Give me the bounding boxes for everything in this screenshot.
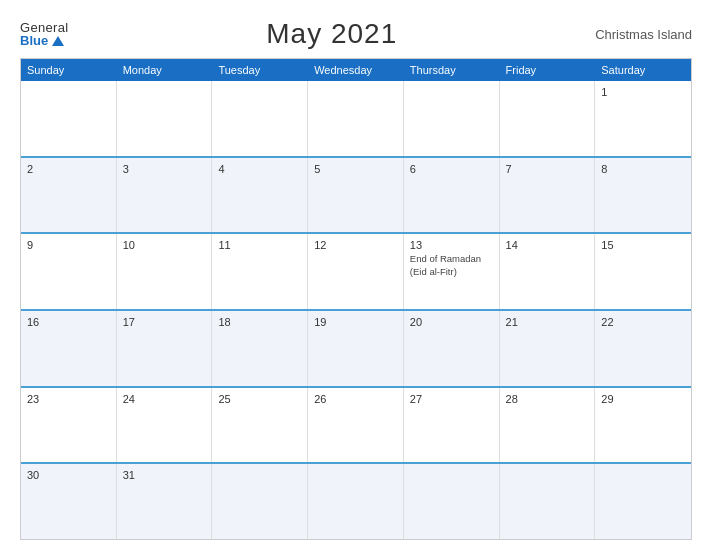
day-cell: 14	[500, 234, 596, 309]
day-number: 10	[123, 239, 206, 251]
day-number: 5	[314, 163, 397, 175]
day-cell	[117, 81, 213, 156]
week-row-2: 2345678	[21, 156, 691, 233]
location-label: Christmas Island	[595, 27, 692, 42]
day-cell	[404, 464, 500, 539]
day-number: 30	[27, 469, 110, 481]
event-label: End of Ramadan (Eid al-Fitr)	[410, 253, 493, 278]
day-number: 28	[506, 393, 589, 405]
day-number: 11	[218, 239, 301, 251]
day-number: 18	[218, 316, 301, 328]
day-cell: 30	[21, 464, 117, 539]
header: General Blue May 2021 Christmas Island	[20, 18, 692, 50]
day-header-saturday: Saturday	[595, 59, 691, 81]
day-cell: 23	[21, 388, 117, 463]
day-number: 26	[314, 393, 397, 405]
day-cell	[308, 464, 404, 539]
day-number: 17	[123, 316, 206, 328]
day-cell: 1	[595, 81, 691, 156]
day-number: 8	[601, 163, 685, 175]
logo-blue-text: Blue	[20, 34, 68, 47]
day-number: 7	[506, 163, 589, 175]
day-number: 16	[27, 316, 110, 328]
day-cell: 12	[308, 234, 404, 309]
day-number: 6	[410, 163, 493, 175]
day-number: 22	[601, 316, 685, 328]
day-cell: 17	[117, 311, 213, 386]
week-row-4: 16171819202122	[21, 309, 691, 386]
day-cell: 10	[117, 234, 213, 309]
day-number: 24	[123, 393, 206, 405]
day-header-monday: Monday	[117, 59, 213, 81]
day-header-thursday: Thursday	[404, 59, 500, 81]
day-number: 12	[314, 239, 397, 251]
day-number: 9	[27, 239, 110, 251]
day-cell: 11	[212, 234, 308, 309]
day-cell: 5	[308, 158, 404, 233]
day-cell: 7	[500, 158, 596, 233]
day-number: 27	[410, 393, 493, 405]
day-number: 19	[314, 316, 397, 328]
week-row-1: 1	[21, 81, 691, 156]
day-cell: 19	[308, 311, 404, 386]
day-header-wednesday: Wednesday	[308, 59, 404, 81]
day-cell	[308, 81, 404, 156]
logo-triangle-icon	[52, 36, 64, 46]
day-cell	[500, 81, 596, 156]
day-cell	[595, 464, 691, 539]
calendar: SundayMondayTuesdayWednesdayThursdayFrid…	[20, 58, 692, 540]
page: General Blue May 2021 Christmas Island S…	[0, 0, 712, 550]
day-cell: 28	[500, 388, 596, 463]
logo: General Blue	[20, 21, 68, 47]
day-cell: 20	[404, 311, 500, 386]
day-number: 3	[123, 163, 206, 175]
day-cell: 22	[595, 311, 691, 386]
day-number: 1	[601, 86, 685, 98]
day-cell	[21, 81, 117, 156]
day-number: 21	[506, 316, 589, 328]
day-cell: 8	[595, 158, 691, 233]
day-number: 29	[601, 393, 685, 405]
day-header-sunday: Sunday	[21, 59, 117, 81]
day-number: 25	[218, 393, 301, 405]
day-number: 13	[410, 239, 493, 251]
day-cell: 2	[21, 158, 117, 233]
day-cell: 31	[117, 464, 213, 539]
day-header-friday: Friday	[500, 59, 596, 81]
weeks-container: 12345678910111213End of Ramadan (Eid al-…	[21, 81, 691, 539]
day-number: 4	[218, 163, 301, 175]
day-number: 15	[601, 239, 685, 251]
week-row-3: 910111213End of Ramadan (Eid al-Fitr)141…	[21, 232, 691, 309]
week-row-5: 23242526272829	[21, 386, 691, 463]
day-headers-row: SundayMondayTuesdayWednesdayThursdayFrid…	[21, 59, 691, 81]
day-cell	[404, 81, 500, 156]
day-number: 20	[410, 316, 493, 328]
day-cell: 4	[212, 158, 308, 233]
week-row-6: 3031	[21, 462, 691, 539]
day-number: 23	[27, 393, 110, 405]
day-number: 31	[123, 469, 206, 481]
day-number: 14	[506, 239, 589, 251]
day-cell: 15	[595, 234, 691, 309]
day-number: 2	[27, 163, 110, 175]
day-cell: 29	[595, 388, 691, 463]
day-cell: 9	[21, 234, 117, 309]
day-cell: 26	[308, 388, 404, 463]
day-cell: 25	[212, 388, 308, 463]
day-cell: 27	[404, 388, 500, 463]
day-cell: 3	[117, 158, 213, 233]
day-cell: 18	[212, 311, 308, 386]
day-cell: 21	[500, 311, 596, 386]
calendar-title: May 2021	[266, 18, 397, 50]
day-cell: 16	[21, 311, 117, 386]
day-cell	[500, 464, 596, 539]
day-header-tuesday: Tuesday	[212, 59, 308, 81]
day-cell: 6	[404, 158, 500, 233]
day-cell	[212, 81, 308, 156]
day-cell	[212, 464, 308, 539]
day-cell: 24	[117, 388, 213, 463]
day-cell: 13End of Ramadan (Eid al-Fitr)	[404, 234, 500, 309]
